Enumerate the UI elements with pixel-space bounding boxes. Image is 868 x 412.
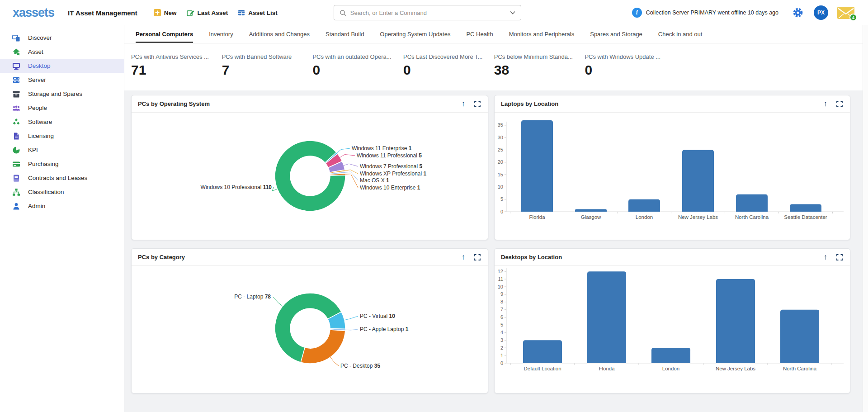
app-logo[interactable]: xassets xyxy=(13,6,54,20)
expand-fullscreen-icon[interactable] xyxy=(836,254,843,260)
y-tick-label: 0 xyxy=(500,360,503,366)
sidebar-item-desktop[interactable]: Desktop xyxy=(0,59,124,73)
sidebar-item-storage-and-spares[interactable]: Storage and Spares xyxy=(0,87,124,101)
chevron-down-icon[interactable] xyxy=(510,11,515,14)
label-leader-line xyxy=(344,316,358,320)
bar[interactable] xyxy=(521,120,553,212)
main-area: Personal ComputersInventoryAdditions and… xyxy=(124,25,868,412)
tab-pc-health[interactable]: PC Health xyxy=(466,25,493,43)
header-right: i Collection Server PRIMARY went offline… xyxy=(632,5,868,20)
notification-text: Collection Server PRIMARY went offline 1… xyxy=(646,9,778,16)
y-tick-label: 5 xyxy=(500,196,503,202)
tab-standard-build[interactable]: Standard Build xyxy=(326,25,364,43)
scrollbar-track[interactable] xyxy=(863,25,868,412)
search-input[interactable] xyxy=(350,9,506,16)
donut-chart: Windows 11 Enterprise 1Windows 11 Profes… xyxy=(132,113,488,240)
expand-fullscreen-icon[interactable] xyxy=(474,101,481,107)
donut-label: Windows 7 Professional 5 xyxy=(360,163,422,170)
info-icon[interactable]: i xyxy=(632,8,642,18)
sidebar-item-asset[interactable]: Asset xyxy=(0,45,124,59)
sidebar-item-people[interactable]: People xyxy=(0,101,124,115)
chart-body: PC - Virtual 10PC - Apple Laptop 1PC - D… xyxy=(132,266,488,393)
last-asset-label: Last Asset xyxy=(198,9,228,16)
contracts-icon xyxy=(12,174,20,182)
sidebar-item-software[interactable]: Software xyxy=(0,115,124,129)
asset-list-button[interactable]: Asset List xyxy=(238,9,278,16)
kpi-stat[interactable]: PCs with Windows Update ... 0 xyxy=(585,53,675,90)
chart-card-pcs-by-operating-system: PCs by Operating System ↑ Windows 11 Ent… xyxy=(131,95,488,240)
x-category-label: New Jersey Labs xyxy=(678,214,718,220)
tab-personal-computers[interactable]: Personal Computers xyxy=(136,25,193,43)
bar[interactable] xyxy=(651,348,690,363)
sidebar-item-admin[interactable]: Admin xyxy=(0,199,124,213)
export-up-arrow-icon[interactable]: ↑ xyxy=(824,100,828,108)
bar[interactable] xyxy=(736,194,768,212)
y-tick-label: 4 xyxy=(500,330,503,335)
sidebar-item-kpi[interactable]: KPI xyxy=(0,143,124,157)
sidebar-item-server[interactable]: Server xyxy=(0,73,124,87)
kpi-stat[interactable]: PCs with Antivirus Services ... 71 xyxy=(131,53,222,90)
table-icon xyxy=(238,9,245,16)
tab-spares-and-storage[interactable]: Spares and Storage xyxy=(590,25,642,43)
export-up-arrow-icon[interactable]: ↑ xyxy=(462,100,466,108)
sidebar-item-licensing[interactable]: Licensing xyxy=(0,129,124,143)
kpi-stat[interactable]: PCs with an outdated Opera... 0 xyxy=(312,53,403,90)
sidebar-item-purchasing[interactable]: Purchasing xyxy=(0,157,124,171)
export-up-arrow-icon[interactable]: ↑ xyxy=(462,253,466,261)
donut-label: Windows 11 Professional 5 xyxy=(357,152,422,159)
bar[interactable] xyxy=(780,310,819,363)
bar[interactable] xyxy=(523,340,562,363)
chart-title: Desktops by Location xyxy=(501,254,562,260)
tab-monitors-and-peripherals[interactable]: Monitors and Peripherals xyxy=(509,25,575,43)
kpi-stat[interactable]: PCs Last Discovered More T... 0 xyxy=(403,53,494,90)
avatar[interactable]: PX xyxy=(814,5,828,20)
tab-check-in-and-out[interactable]: Check in and out xyxy=(658,25,703,43)
bar[interactable] xyxy=(790,204,821,212)
tab-additions-and-changes[interactable]: Additions and Changes xyxy=(249,25,310,43)
charts-grid: PCs by Operating System ↑ Windows 11 Ent… xyxy=(124,90,868,412)
tab-inventory[interactable]: Inventory xyxy=(209,25,233,43)
label-leader-line xyxy=(344,170,358,174)
bar[interactable] xyxy=(587,271,626,363)
chart-card-actions: ↑ xyxy=(462,253,481,261)
chart-card-actions: ↑ xyxy=(824,100,843,108)
x-category-label: London xyxy=(662,366,679,371)
top-bar: xassets IT Asset Management New Last Ass… xyxy=(0,0,868,25)
bar[interactable] xyxy=(575,209,607,212)
kpi-stat[interactable]: PCs below Minimum Standa... 38 xyxy=(494,53,585,90)
donut-slice[interactable] xyxy=(301,330,345,364)
command-search[interactable] xyxy=(334,5,521,20)
page-title: IT Asset Management xyxy=(68,9,137,17)
x-category-label: North Carolina xyxy=(735,214,769,220)
expand-fullscreen-icon[interactable] xyxy=(474,254,481,260)
chart-body: 0123456789101112Default LocationFloridaL… xyxy=(495,266,850,393)
sidebar-item-contracts-and-leases[interactable]: Contracts and Leases xyxy=(0,171,124,185)
purchasing-icon xyxy=(12,160,20,168)
last-asset-button[interactable]: Last Asset xyxy=(187,9,228,17)
sidebar-item-discover[interactable]: Discover xyxy=(0,31,124,45)
bar[interactable] xyxy=(682,150,714,212)
new-button[interactable]: New xyxy=(154,9,177,16)
donut-label: PC - Laptop 78 xyxy=(234,294,271,300)
mail-icon[interactable]: 4 xyxy=(837,7,854,19)
sidebar-item-label: Software xyxy=(28,118,52,125)
chart-card-header: PCs by Category ↑ xyxy=(132,249,488,266)
bar[interactable] xyxy=(716,279,755,363)
people-icon xyxy=(12,104,20,112)
export-up-arrow-icon[interactable]: ↑ xyxy=(824,253,828,261)
tab-operating-system-updates[interactable]: Operating System Updates xyxy=(380,25,450,43)
settings-gear-icon[interactable] xyxy=(792,7,804,19)
expand-fullscreen-icon[interactable] xyxy=(836,101,843,107)
sidebar-item-classification[interactable]: Classification xyxy=(0,185,124,199)
sidebar-item-label: Contracts and Leases xyxy=(28,175,87,181)
donut-label: Windows 11 Enterprise 1 xyxy=(352,145,412,152)
sidebar-item-label: KPI xyxy=(28,147,38,153)
sidebar-item-label: Licensing xyxy=(28,133,54,139)
y-tick-label: 30 xyxy=(498,135,503,140)
bar[interactable] xyxy=(628,199,660,212)
tab-bar: Personal ComputersInventoryAdditions and… xyxy=(124,25,868,43)
donut-slice[interactable] xyxy=(275,141,345,211)
kpi-stat[interactable]: PCs with Banned Software 7 xyxy=(222,53,313,90)
x-category-label: Florida xyxy=(529,214,545,220)
label-leader-line xyxy=(345,172,358,180)
